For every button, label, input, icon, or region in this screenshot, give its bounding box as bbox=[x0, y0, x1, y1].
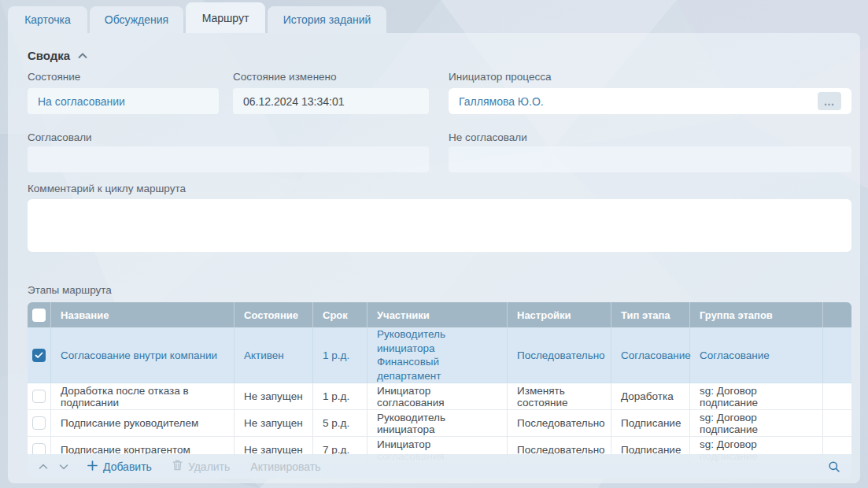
tab-label: Обсуждения bbox=[105, 13, 168, 26]
summary-section-title: Сводка bbox=[28, 49, 70, 62]
cell-term: 1 р.д. bbox=[323, 349, 349, 361]
not-approved-label: Не согласовали bbox=[449, 131, 527, 143]
column-header-group: Группа этапов bbox=[690, 302, 823, 327]
table-row[interactable]: Согласование внутри компании Активен 1 р… bbox=[28, 327, 851, 383]
stages-title: Этапы маршрута bbox=[28, 284, 112, 296]
tab-label: История заданий bbox=[283, 13, 371, 26]
cell-participants-line1: Руководитель инициатора bbox=[377, 327, 500, 355]
cell-group: Согласование bbox=[700, 349, 770, 361]
column-header-type: Тип этапа bbox=[611, 302, 690, 327]
cell-participants-line2: Финансовый департамент bbox=[377, 355, 500, 383]
tab-task-history[interactable]: История заданий bbox=[268, 6, 386, 33]
cell-participants-line1: Руководитель инициатора bbox=[377, 412, 445, 435]
column-header-settings: Настройки bbox=[508, 302, 611, 327]
initiator-value: Галлямова Ю.О. bbox=[459, 95, 544, 108]
move-down-button[interactable] bbox=[59, 464, 68, 470]
stages-table: Название Состояние Срок Участники Настро… bbox=[28, 302, 851, 464]
move-up-button[interactable] bbox=[39, 464, 48, 470]
initiator-label: Инициатор процесса bbox=[449, 71, 551, 83]
tab-discussions[interactable]: Обсуждения bbox=[90, 6, 183, 33]
cell-name: Подписание руководителем bbox=[61, 417, 198, 429]
cell-spacer bbox=[823, 410, 851, 437]
column-header-name: Название bbox=[51, 302, 235, 327]
row-checkbox[interactable] bbox=[32, 390, 46, 403]
cell-state: Активен bbox=[244, 349, 284, 361]
cell-state: Не запущен bbox=[244, 390, 303, 402]
cell-type: Подписание bbox=[621, 417, 681, 429]
select-all-checkbox[interactable] bbox=[32, 309, 46, 322]
state-field: На согласовании bbox=[28, 88, 219, 114]
cell-group: sg: Договор подписание bbox=[700, 412, 758, 435]
search-icon bbox=[828, 460, 840, 473]
initiator-field[interactable]: Галлямова Ю.О. … bbox=[449, 88, 851, 114]
table-row[interactable]: Доработка после отказа в подписании Не з… bbox=[28, 383, 851, 410]
state-label: Состояние bbox=[28, 71, 80, 83]
cell-participants-line1: Инициатор согласования bbox=[377, 385, 445, 409]
delete-button-label: Удалить bbox=[188, 460, 230, 473]
cell-group: sg: Договор подписание bbox=[700, 385, 758, 409]
cell-name: Согласование внутри компании bbox=[61, 349, 217, 361]
state-changed-value: 06.12.2024 13:34:01 bbox=[243, 95, 344, 108]
plus-icon bbox=[87, 460, 98, 473]
activate-button[interactable]: Активировать bbox=[250, 460, 320, 473]
cell-term: 5 р.д. bbox=[323, 417, 349, 429]
cell-settings: Последовательно bbox=[517, 349, 605, 361]
state-changed-label: Состояние изменено bbox=[233, 71, 337, 83]
not-approved-field bbox=[449, 146, 851, 172]
cell-type: Согласование bbox=[621, 349, 691, 361]
cell-term: 1 р.д. bbox=[323, 390, 349, 402]
state-value: На согласовании bbox=[38, 95, 125, 108]
approved-field bbox=[28, 146, 429, 172]
cell-spacer bbox=[823, 327, 851, 383]
add-button-label: Добавить bbox=[103, 460, 152, 473]
cell-type: Доработка bbox=[621, 390, 674, 402]
activate-button-label: Активировать bbox=[250, 460, 320, 473]
trash-icon bbox=[172, 460, 183, 473]
comment-input[interactable] bbox=[28, 199, 851, 252]
state-changed-field: 06.12.2024 13:34:01 bbox=[233, 88, 429, 114]
cell-spacer bbox=[823, 383, 851, 410]
tab-card[interactable]: Карточка bbox=[8, 6, 87, 33]
column-header-term: Срок bbox=[313, 302, 368, 327]
column-header-spacer bbox=[823, 302, 851, 327]
initiator-more-button[interactable]: … bbox=[818, 92, 841, 110]
add-button[interactable]: Добавить bbox=[87, 460, 152, 473]
cell-name: Доработка после отказа в подписании bbox=[61, 385, 189, 409]
comment-label: Комментарий к циклу маршрута bbox=[28, 183, 186, 194]
row-checkbox[interactable] bbox=[32, 416, 46, 430]
delete-button[interactable]: Удалить bbox=[172, 460, 230, 473]
route-page: Карточка Обсуждения Маршрут История зада… bbox=[0, 0, 868, 488]
row-checkbox-checked[interactable] bbox=[32, 349, 46, 362]
stages-toolbar: Добавить Удалить Активировать bbox=[28, 454, 851, 479]
column-header-state: Состояние bbox=[235, 302, 313, 327]
cell-settings: Изменять состояние bbox=[517, 385, 568, 409]
search-button[interactable] bbox=[828, 460, 840, 473]
table-header-row: Название Состояние Срок Участники Настро… bbox=[28, 302, 851, 327]
tab-label: Карточка bbox=[24, 13, 71, 26]
tab-route[interactable]: Маршрут bbox=[186, 2, 265, 33]
column-header-participants: Участники bbox=[368, 302, 508, 327]
cell-state: Не запущен bbox=[244, 417, 303, 429]
cell-settings: Последовательно bbox=[517, 417, 605, 429]
table-row[interactable]: Подписание руководителем Не запущен 5 р.… bbox=[28, 410, 851, 437]
tab-label: Маршрут bbox=[202, 12, 249, 24]
approved-label: Согласовали bbox=[28, 131, 92, 143]
collapse-section-chevron-icon[interactable] bbox=[78, 53, 87, 59]
